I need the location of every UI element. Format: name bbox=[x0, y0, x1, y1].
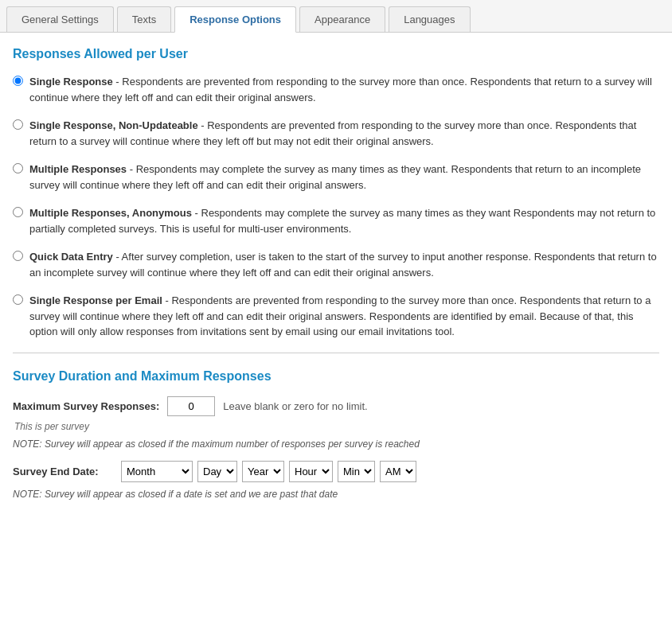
section-divider bbox=[13, 353, 659, 353]
tabs-container: General Settings Texts Response Options … bbox=[0, 0, 672, 33]
radio-single-response[interactable] bbox=[13, 76, 23, 86]
min-select[interactable]: Min bbox=[338, 461, 375, 482]
tab-general-settings[interactable]: General Settings bbox=[6, 6, 114, 32]
tab-appearance[interactable]: Appearance bbox=[299, 6, 385, 32]
radio-multiple-responses-text: Multiple Responses - Respondents may com… bbox=[29, 162, 659, 193]
radio-option-single-non-updateable: Single Response, Non-Updateable - Respon… bbox=[13, 118, 659, 149]
tab-texts[interactable]: Texts bbox=[117, 6, 171, 32]
radio-quick-data-entry-desc: - After survey completion, user is taken… bbox=[29, 251, 657, 279]
radio-multiple-responses-label: Multiple Responses bbox=[29, 163, 127, 175]
max-responses-hint: Leave blank or zero for no limit. bbox=[223, 400, 367, 412]
radio-single-per-email-label: Single Response per Email bbox=[29, 294, 162, 306]
radio-option-quick-data-entry: Quick Data Entry - After survey completi… bbox=[13, 249, 659, 280]
radio-single-non-updateable[interactable] bbox=[13, 119, 23, 130]
radio-single-response-desc: - Respondents are prevented from respond… bbox=[29, 76, 652, 103]
survey-duration-section: Survey Duration and Maximum Responses Ma… bbox=[13, 369, 659, 500]
radio-option-multiple-anonymous: Multiple Responses, Anonymous - Responde… bbox=[13, 205, 659, 236]
radio-option-single-response: Single Response - Respondents are preven… bbox=[13, 74, 659, 105]
month-select[interactable]: Month JanuaryFebruaryMarch AprilMayJune … bbox=[121, 461, 193, 482]
responses-allowed-section: Responses Allowed per User Single Respon… bbox=[13, 47, 659, 340]
ampm-select[interactable]: AM PM bbox=[380, 461, 416, 482]
survey-duration-title: Survey Duration and Maximum Responses bbox=[13, 369, 659, 385]
radio-quick-data-entry[interactable] bbox=[13, 251, 23, 261]
radio-multiple-anonymous[interactable] bbox=[13, 207, 23, 217]
radio-multiple-anonymous-text: Multiple Responses, Anonymous - Responde… bbox=[29, 205, 659, 236]
radio-multiple-responses[interactable] bbox=[13, 163, 23, 173]
radio-quick-data-entry-text: Quick Data Entry - After survey completi… bbox=[29, 249, 659, 280]
hour-select[interactable]: Hour bbox=[289, 461, 333, 482]
survey-end-date-row: Survey End Date: Month JanuaryFebruaryMa… bbox=[13, 461, 659, 482]
responses-allowed-title: Responses Allowed per User bbox=[13, 47, 659, 63]
max-responses-input[interactable] bbox=[167, 396, 215, 416]
radio-single-response-text: Single Response - Respondents are preven… bbox=[29, 74, 659, 105]
radio-option-multiple-responses: Multiple Responses - Respondents may com… bbox=[13, 162, 659, 193]
day-select[interactable]: Day bbox=[197, 461, 237, 482]
year-select[interactable]: Year bbox=[242, 461, 284, 482]
note2: NOTE: Survey will appear as closed if a … bbox=[13, 489, 659, 500]
tab-languages[interactable]: Languages bbox=[389, 6, 470, 32]
radio-options-group: Single Response - Respondents are preven… bbox=[13, 74, 659, 340]
max-responses-label: Maximum Survey Responses: bbox=[13, 400, 159, 412]
radio-single-per-email[interactable] bbox=[13, 294, 23, 305]
max-responses-row: Maximum Survey Responses: Leave blank or… bbox=[13, 396, 659, 416]
radio-option-single-per-email: Single Response per Email - Respondents … bbox=[13, 293, 659, 340]
end-date-label: Survey End Date: bbox=[13, 466, 116, 477]
main-content: Responses Allowed per User Single Respon… bbox=[0, 33, 672, 525]
tab-bar: General Settings Texts Response Options … bbox=[0, 0, 672, 33]
note1: NOTE: Survey will appear as closed if th… bbox=[13, 438, 659, 450]
max-responses-sublabel: This is per survey bbox=[14, 421, 659, 432]
radio-single-response-label: Single Response bbox=[29, 76, 113, 88]
radio-single-per-email-text: Single Response per Email - Respondents … bbox=[29, 293, 659, 340]
radio-quick-data-entry-label: Quick Data Entry bbox=[29, 251, 113, 263]
tab-response-options[interactable]: Response Options bbox=[174, 6, 296, 33]
radio-single-non-updateable-text: Single Response, Non-Updateable - Respon… bbox=[29, 118, 659, 149]
radio-single-non-updateable-label: Single Response, Non-Updateable bbox=[29, 119, 198, 131]
radio-multiple-anonymous-label: Multiple Responses, Anonymous bbox=[29, 207, 192, 219]
